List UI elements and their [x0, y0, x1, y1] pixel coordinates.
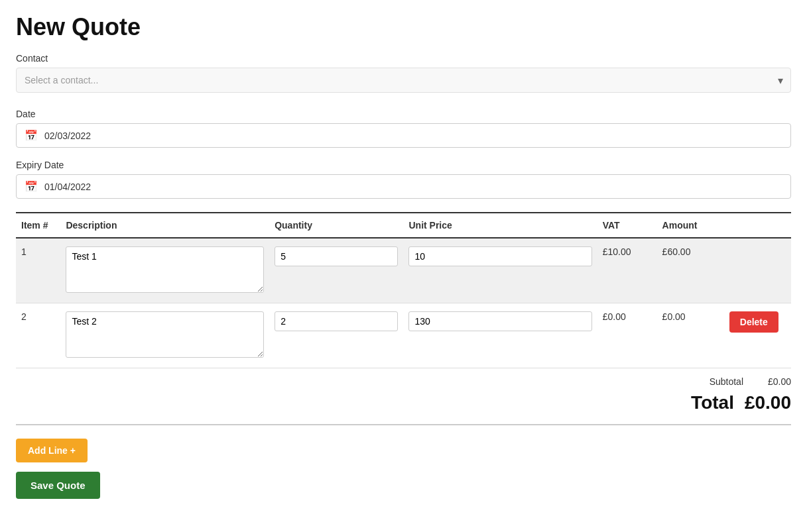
quantity-cell	[269, 303, 403, 368]
totals-section: Subtotal £0.00 Total £0.00	[16, 368, 791, 425]
vat-value: £0.00	[603, 309, 626, 322]
col-header-description: Description	[60, 213, 269, 238]
description-cell: Test 1	[60, 238, 269, 303]
contact-select[interactable]: Select a contact...	[16, 68, 791, 93]
unit-price-cell	[403, 303, 597, 368]
table-header-row: Item # Description Quantity Unit Price V…	[16, 213, 791, 238]
item-number: 1	[21, 237, 27, 257]
contact-select-wrapper: Select a contact...	[16, 68, 791, 93]
vat-value: £10.00	[603, 244, 631, 257]
amount-value: £60.00	[662, 244, 691, 257]
unit-price-input[interactable]	[408, 311, 591, 331]
table-row: 1 Test 1 £10.00 £60.00	[16, 238, 791, 303]
contact-label: Contact	[16, 53, 791, 64]
expiry-date-label: Expiry Date	[16, 160, 791, 170]
delete-button[interactable]: Delete	[729, 311, 778, 333]
col-header-amount: Amount	[657, 213, 724, 238]
total-value: £0.00	[745, 392, 791, 413]
quantity-cell	[269, 238, 403, 303]
col-header-item: Item #	[16, 213, 60, 238]
description-textarea[interactable]: Test 1	[66, 246, 264, 293]
amount-value: £0.00	[662, 309, 686, 322]
date-field-wrapper: Date 📅	[16, 109, 791, 148]
actions-section: Add Line + Save Quote	[16, 439, 791, 499]
amount-cell: £60.00	[657, 238, 724, 303]
subtotal-row: Subtotal £0.00	[710, 376, 791, 387]
date-label: Date	[16, 109, 791, 119]
action-cell	[724, 238, 791, 303]
subtotal-label: Subtotal	[710, 376, 743, 387]
quantity-input[interactable]	[275, 311, 398, 331]
description-textarea[interactable]: Test 2	[66, 311, 264, 358]
total-row: Total £0.00	[691, 392, 791, 413]
item-number: 2	[21, 302, 27, 322]
unit-price-input[interactable]	[408, 246, 591, 266]
table-body: 1 Test 1 £10.00 £60.00 2	[16, 238, 791, 368]
items-table: Item # Description Quantity Unit Price V…	[16, 212, 791, 368]
amount-cell: £0.00	[657, 303, 724, 368]
items-table-section: Item # Description Quantity Unit Price V…	[16, 212, 791, 425]
description-cell: Test 2	[60, 303, 269, 368]
quantity-input[interactable]	[275, 246, 398, 266]
subtotal-value: £0.00	[751, 376, 791, 387]
vat-cell: £0.00	[597, 303, 657, 368]
page-title: New Quote	[16, 13, 791, 41]
date-input[interactable]	[44, 131, 782, 141]
expiry-date-input-row: 📅	[16, 174, 791, 199]
item-num-cell: 1	[16, 238, 60, 303]
col-header-quantity: Quantity	[269, 213, 403, 238]
save-quote-button[interactable]: Save Quote	[16, 472, 100, 499]
total-label: Total	[691, 392, 734, 413]
table-row: 2 Test 2 £0.00 £0.00 Delete	[16, 303, 791, 368]
expiry-calendar-icon: 📅	[25, 180, 38, 193]
col-header-action	[724, 213, 791, 238]
expiry-date-input[interactable]	[44, 182, 782, 192]
unit-price-cell	[403, 238, 597, 303]
action-cell: Delete	[724, 303, 791, 368]
add-line-button[interactable]: Add Line +	[16, 439, 88, 462]
col-header-unit-price: Unit Price	[403, 213, 597, 238]
vat-cell: £10.00	[597, 238, 657, 303]
item-num-cell: 2	[16, 303, 60, 368]
expiry-date-field-wrapper: Expiry Date 📅	[16, 160, 791, 199]
date-input-row: 📅	[16, 123, 791, 148]
col-header-vat: VAT	[597, 213, 657, 238]
calendar-icon: 📅	[25, 129, 38, 142]
